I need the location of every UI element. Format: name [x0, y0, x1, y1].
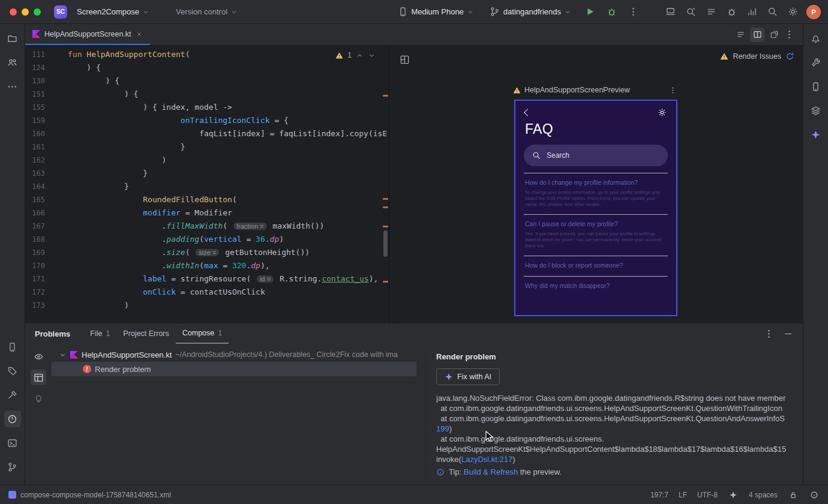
code-line[interactable]: ) — [68, 299, 389, 312]
error-stripe-mark[interactable] — [383, 206, 388, 208]
code-line[interactable]: modifier = Modifier — [68, 206, 389, 220]
line-number[interactable]: 160 — [25, 127, 45, 140]
structure-view-icon[interactable] — [733, 28, 748, 42]
project-folder-icon[interactable] — [4, 30, 21, 47]
avatar[interactable]: P — [806, 5, 821, 19]
bug-check-icon[interactable] — [724, 4, 739, 20]
code-line[interactable]: ) { — [68, 61, 389, 74]
preview-frame[interactable]: FAQ Search How do I change my profile in… — [514, 100, 677, 316]
inspections-status-icon[interactable] — [809, 490, 820, 500]
device-mirror-icon[interactable] — [662, 4, 678, 20]
problems-file-row[interactable]: HelpAndSupportScreen.kt ~/AndroidStudioP… — [52, 347, 426, 362]
terminal-icon[interactable] — [4, 434, 21, 451]
code-line[interactable]: ) { index, model -> — [68, 101, 389, 114]
editor-tab[interactable]: HelpAndSupportScreen.kt — [25, 24, 150, 45]
problems-error-row[interactable]: ! Render problem — [52, 362, 416, 376]
error-stripe-mark[interactable] — [383, 226, 388, 227]
commit-icon[interactable] — [4, 54, 21, 71]
vcs-menu[interactable]: Version control — [171, 5, 242, 19]
split-editor-icon[interactable] — [750, 28, 764, 42]
problems-tool-icon[interactable] — [4, 410, 21, 427]
stack-link[interactable]: 199 — [436, 424, 449, 433]
preview-layout-icon[interactable] — [397, 52, 412, 67]
layout-inspector-icon[interactable] — [808, 102, 824, 119]
indent-config[interactable]: 4 spaces — [749, 491, 778, 499]
refresh-preview-icon[interactable] — [785, 52, 794, 61]
ai-status-icon[interactable] — [728, 490, 739, 500]
code-line[interactable]: ) { — [68, 88, 389, 101]
code-line[interactable]: .padding(vertical = 36.dp) — [68, 233, 389, 246]
profiler-icon[interactable] — [744, 4, 760, 20]
line-number[interactable]: 163 — [25, 167, 45, 180]
close-tab-icon[interactable] — [136, 31, 143, 38]
line-number[interactable]: 162 — [25, 154, 45, 167]
line-number[interactable]: 172 — [25, 286, 45, 299]
stack-link[interactable]: LazyDsl.kt:217 — [461, 455, 512, 464]
preview-menu-icon[interactable] — [667, 84, 679, 96]
version-control-icon[interactable] — [4, 458, 21, 475]
preview-problem-icon[interactable] — [31, 349, 46, 364]
code-editor[interactable]: 1111241301511551591601611621631641651661… — [25, 46, 389, 323]
editor-gutter[interactable]: 1111241301511551591601611621631641651661… — [25, 46, 68, 323]
panel-options-kebab-icon[interactable] — [761, 326, 776, 341]
notifications-icon[interactable] — [808, 30, 824, 47]
caret-position[interactable]: 197:7 — [650, 491, 668, 499]
file-lock-icon[interactable] — [788, 490, 799, 500]
line-separator[interactable]: LF — [679, 491, 687, 499]
task-list-icon[interactable] — [703, 4, 719, 20]
build-refresh-link[interactable]: Build & Refresh — [464, 467, 518, 476]
line-number[interactable]: 168 — [25, 233, 45, 246]
more-tool-windows-icon[interactable] — [4, 78, 21, 95]
line-number[interactable]: 111 — [25, 48, 45, 61]
tab-file[interactable]: File 1 — [83, 323, 116, 344]
device-manager-icon[interactable] — [808, 78, 824, 95]
line-number[interactable]: 165 — [25, 193, 45, 206]
code-line[interactable]: } — [68, 167, 389, 180]
code-line[interactable]: faqList[index] = faqList[index].copy(isE — [68, 127, 389, 140]
inspection-widget[interactable]: 1 — [331, 49, 380, 61]
line-number[interactable]: 155 — [25, 101, 45, 114]
detach-editor-icon[interactable] — [767, 28, 781, 42]
run-config-selector[interactable]: datingandfriends — [485, 4, 576, 20]
line-number[interactable]: 171 — [25, 272, 45, 286]
editor-scrollbar[interactable] — [383, 230, 388, 257]
statusbar-file[interactable]: compose-compose-model-1758748140651.xml — [8, 491, 171, 499]
code-line[interactable]: ) — [68, 154, 389, 167]
render-issues-indicator[interactable]: Render Issues — [720, 52, 794, 61]
tab-compose[interactable]: Compose 1 — [176, 323, 229, 344]
code-line[interactable]: .size( size = getButtonHeight()) — [68, 246, 389, 259]
close-window-button[interactable] — [10, 8, 17, 16]
line-number[interactable]: 166 — [25, 206, 45, 220]
ai-search-icon[interactable] — [683, 4, 698, 20]
build-icon[interactable] — [4, 386, 21, 403]
hide-panel-icon[interactable] — [780, 326, 796, 341]
code-line[interactable]: } — [68, 180, 389, 193]
line-number[interactable]: 167 — [25, 220, 45, 233]
error-stripe-mark[interactable] — [383, 281, 388, 283]
debug-button[interactable] — [604, 4, 619, 20]
gradle-icon[interactable] — [808, 54, 824, 71]
settings-icon[interactable] — [785, 4, 800, 20]
fix-with-ai-button[interactable]: Fix with AI — [436, 368, 500, 385]
file-encoding[interactable]: UTF-8 — [697, 491, 718, 499]
code-line[interactable]: RoundedFilledButton( — [68, 193, 389, 206]
code-line[interactable]: .widthIn(max = 320.dp), — [68, 259, 389, 272]
line-number[interactable]: 151 — [25, 88, 45, 101]
logcat-icon[interactable] — [4, 362, 21, 379]
error-stripe-mark[interactable] — [383, 95, 388, 97]
zoom-window-button[interactable] — [34, 8, 41, 16]
next-issue-icon[interactable] — [368, 52, 376, 59]
search-icon[interactable] — [764, 4, 780, 20]
editor-options-kebab-icon[interactable] — [781, 27, 797, 43]
code-line[interactable]: onClick = contactUsOnClick — [68, 286, 389, 299]
project-menu[interactable]: Screen2Compose — [72, 5, 154, 19]
code-line[interactable]: label = stringResource( id = R.string.co… — [68, 272, 389, 286]
code-line[interactable]: ) { — [68, 74, 389, 88]
line-number[interactable]: 161 — [25, 140, 45, 154]
code-line[interactable]: } — [68, 140, 389, 154]
line-number[interactable]: 124 — [25, 61, 45, 74]
gemini-icon[interactable] — [808, 126, 824, 143]
run-button[interactable] — [582, 4, 598, 20]
line-number[interactable]: 169 — [25, 246, 45, 259]
line-number[interactable]: 170 — [25, 259, 45, 272]
